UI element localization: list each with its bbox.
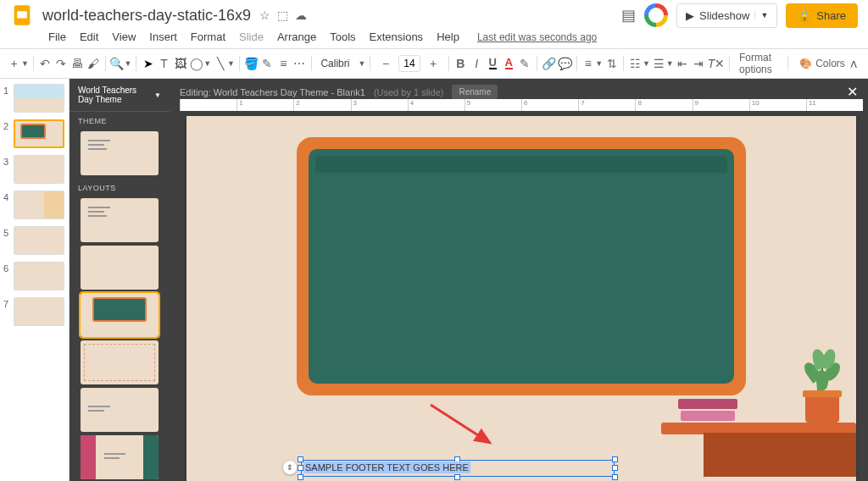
layout-thumb[interactable] bbox=[81, 340, 159, 384]
insert-link-button[interactable]: 🔗 bbox=[541, 53, 555, 75]
slides-app-icon[interactable] bbox=[7, 0, 37, 30]
footer-text-content[interactable]: SAMPLE FOOTER TEXT GOES HERE bbox=[303, 462, 470, 473]
font-size-input[interactable] bbox=[398, 55, 420, 72]
numbered-list-button[interactable]: ☰ bbox=[652, 53, 666, 75]
highlight-button[interactable]: ✎ bbox=[518, 53, 532, 75]
slides-panel[interactable]: 1 2 3 4 5 6 7 bbox=[0, 79, 70, 481]
resize-handle[interactable] bbox=[298, 474, 303, 480]
slide-num: 7 bbox=[3, 297, 14, 309]
theme-title: World Teachers Day Theme bbox=[78, 86, 149, 104]
footer-textbox[interactable]: ⇕ SAMPLE FOOTER TEXT GOES HERE bbox=[301, 460, 615, 477]
clear-format-button[interactable]: T✕ bbox=[708, 53, 726, 75]
border-weight-button[interactable]: ≡ bbox=[276, 53, 291, 75]
close-icon[interactable]: ✕ bbox=[847, 84, 858, 100]
lock-icon: 🔒 bbox=[798, 9, 811, 22]
move-icon[interactable]: ⬚ bbox=[277, 8, 288, 22]
slide-thumb-7[interactable] bbox=[14, 297, 64, 326]
autofit-icon[interactable]: ⇕ bbox=[282, 460, 298, 475]
select-tool[interactable]: ➤ bbox=[141, 53, 155, 75]
decrease-indent-button[interactable]: ⇤ bbox=[676, 53, 690, 75]
chevron-down-icon[interactable]: ▼ bbox=[643, 59, 650, 68]
image-tool[interactable]: 🖼 bbox=[173, 53, 187, 75]
slide-canvas[interactable]: ⇕ SAMPLE FOOTER TEXT GOES HERE bbox=[186, 116, 856, 481]
redo-button[interactable]: ↷ bbox=[54, 53, 69, 75]
resize-handle[interactable] bbox=[454, 474, 460, 480]
line-tool[interactable]: ╲ bbox=[213, 53, 227, 75]
resize-handle[interactable] bbox=[298, 465, 303, 471]
menu-file[interactable]: File bbox=[42, 29, 72, 45]
resize-handle[interactable] bbox=[298, 456, 303, 462]
list-button[interactable]: ☷ bbox=[628, 53, 643, 75]
slideshow-label: Slideshow bbox=[699, 9, 749, 22]
share-button[interactable]: 🔒 Share bbox=[786, 3, 858, 28]
fill-color-button[interactable]: 🪣 bbox=[244, 53, 259, 75]
chevron-down-icon[interactable]: ▼ bbox=[21, 59, 29, 68]
comments-icon[interactable]: ▤ bbox=[621, 6, 636, 25]
resize-handle[interactable] bbox=[612, 465, 618, 471]
chevron-down-icon[interactable]: ▼ bbox=[203, 59, 211, 68]
svg-rect-1 bbox=[17, 11, 27, 18]
menu-help[interactable]: Help bbox=[431, 29, 465, 45]
zoom-button[interactable]: 🔍 bbox=[109, 53, 124, 75]
increase-indent-button[interactable]: ⇥ bbox=[692, 53, 706, 75]
star-icon[interactable]: ☆ bbox=[259, 8, 270, 22]
chevron-down-icon[interactable]: ▼ bbox=[227, 59, 235, 68]
format-options-button[interactable]: Format options bbox=[739, 52, 783, 75]
meet-icon[interactable] bbox=[644, 3, 668, 27]
menu-format[interactable]: Format bbox=[185, 29, 231, 45]
menu-edit[interactable]: Edit bbox=[74, 29, 104, 45]
slide-thumb-4[interactable] bbox=[14, 191, 64, 219]
font-select[interactable]: Calibri bbox=[315, 56, 358, 71]
chevron-down-icon[interactable]: ▼ bbox=[154, 91, 161, 99]
resize-handle[interactable] bbox=[612, 456, 618, 462]
slide-thumb-1[interactable] bbox=[14, 84, 64, 113]
layout-thumb[interactable] bbox=[81, 388, 159, 432]
chevron-down-icon[interactable]: ▼ bbox=[124, 59, 131, 68]
colors-button[interactable]: 🎨Colors bbox=[799, 58, 845, 69]
resize-handle[interactable] bbox=[612, 474, 618, 480]
chevron-down-icon[interactable]: ▼ bbox=[666, 59, 674, 68]
chevron-down-icon[interactable]: ▼ bbox=[358, 59, 365, 68]
slide-thumb-2[interactable] bbox=[14, 119, 64, 148]
menu-insert[interactable]: Insert bbox=[143, 29, 183, 45]
decrease-font-button[interactable]: − bbox=[375, 53, 397, 75]
slideshow-button[interactable]: ▶ Slideshow ▼ bbox=[676, 3, 777, 28]
horizontal-ruler[interactable]: 1234567891011 bbox=[180, 99, 863, 111]
document-title[interactable]: world-teachers-day-static-16x9 bbox=[42, 7, 251, 25]
layout-thumb[interactable] bbox=[81, 246, 159, 290]
theme-master-thumb[interactable] bbox=[81, 131, 159, 175]
print-button[interactable]: 🖶 bbox=[70, 53, 85, 75]
slide-thumb-5[interactable] bbox=[14, 226, 64, 255]
menu-extensions[interactable]: Extensions bbox=[364, 29, 430, 45]
italic-button[interactable]: I bbox=[470, 53, 484, 75]
collapse-toolbar-button[interactable]: ʌ bbox=[847, 53, 861, 75]
last-edit-link[interactable]: Last edit was seconds ago bbox=[477, 31, 597, 43]
menu-tools[interactable]: Tools bbox=[324, 29, 361, 45]
menu-view[interactable]: View bbox=[106, 29, 142, 45]
new-slide-button[interactable]: + bbox=[7, 53, 21, 75]
text-color-button[interactable]: A bbox=[502, 53, 516, 75]
bold-button[interactable]: B bbox=[453, 53, 468, 75]
paint-format-button[interactable]: 🖌 bbox=[86, 53, 101, 75]
textbox-tool[interactable]: T bbox=[157, 53, 171, 75]
rename-button[interactable]: Rename bbox=[452, 85, 498, 99]
undo-button[interactable]: ↶ bbox=[38, 53, 53, 75]
shape-tool[interactable]: ◯ bbox=[189, 53, 203, 75]
cloud-status-icon[interactable]: ☁ bbox=[295, 8, 307, 22]
underline-button[interactable]: U bbox=[486, 53, 500, 75]
desk-graphic bbox=[661, 401, 856, 477]
menu-arrange[interactable]: Arrange bbox=[271, 29, 322, 45]
layout-thumb[interactable] bbox=[81, 435, 159, 479]
border-color-button[interactable]: ✎ bbox=[260, 53, 275, 75]
line-spacing-button[interactable]: ⇅ bbox=[604, 53, 619, 75]
align-button[interactable]: ≡ bbox=[581, 53, 595, 75]
increase-font-button[interactable]: + bbox=[422, 53, 444, 75]
chevron-down-icon[interactable]: ▼ bbox=[595, 59, 603, 68]
layout-thumb-selected[interactable] bbox=[81, 293, 159, 337]
theme-panel[interactable]: World Teachers Day Theme ▼ THEME LAYOUTS bbox=[70, 79, 170, 481]
slide-thumb-6[interactable] bbox=[14, 262, 64, 290]
border-dash-button[interactable]: ⋯ bbox=[292, 53, 307, 75]
slide-thumb-3[interactable] bbox=[14, 155, 64, 184]
layout-thumb[interactable] bbox=[81, 198, 159, 242]
insert-comment-button[interactable]: 💬 bbox=[558, 53, 572, 75]
